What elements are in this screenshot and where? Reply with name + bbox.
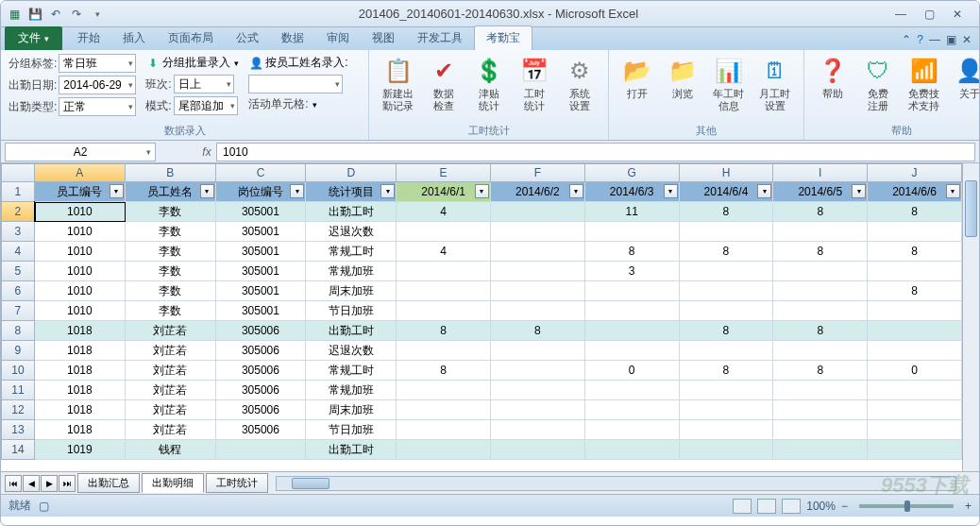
- attend-type-combo[interactable]: 正常: [59, 97, 136, 116]
- support-button[interactable]: 📶免费技 术支持: [903, 54, 945, 114]
- cell[interactable]: 节日加班: [306, 301, 397, 321]
- cell[interactable]: [491, 242, 585, 262]
- col-header-H[interactable]: H: [680, 163, 774, 182]
- cell[interactable]: 1018: [35, 341, 126, 361]
- view-normal-button[interactable]: [733, 499, 752, 514]
- horizontal-scrollbar[interactable]: [276, 476, 956, 491]
- cell[interactable]: [868, 321, 962, 341]
- year-hours-button[interactable]: 📊年工时 信息: [707, 54, 750, 114]
- new-record-button[interactable]: 📋新建出 勤记录: [377, 54, 419, 114]
- cell[interactable]: 1018: [35, 400, 126, 420]
- zoom-slider[interactable]: [859, 504, 954, 508]
- cell[interactable]: [585, 321, 680, 341]
- undo-icon[interactable]: ↶: [46, 5, 65, 24]
- open-button[interactable]: 📂打开: [617, 54, 658, 102]
- cell[interactable]: 305006: [216, 400, 307, 420]
- cell[interactable]: 1018: [35, 321, 126, 341]
- cell[interactable]: 1010: [35, 301, 126, 321]
- cell[interactable]: [868, 301, 962, 321]
- group-label-combo[interactable]: 常日班: [59, 54, 136, 73]
- row-header-6[interactable]: 6: [1, 281, 35, 301]
- file-tab[interactable]: 文件: [5, 26, 62, 50]
- redo-icon[interactable]: ↷: [67, 5, 86, 24]
- col-header-B[interactable]: B: [126, 163, 216, 182]
- row-header-7[interactable]: 7: [1, 301, 35, 321]
- table-header-cell[interactable]: 员工编号▾: [35, 182, 126, 202]
- cell[interactable]: [773, 222, 868, 242]
- cell[interactable]: 1018: [35, 381, 126, 400]
- qat-more-icon[interactable]: ▾: [88, 5, 107, 24]
- cell[interactable]: 出勤工时: [306, 202, 397, 222]
- filter-button[interactable]: ▾: [475, 184, 489, 198]
- cell[interactable]: 李数: [126, 242, 216, 262]
- cell[interactable]: [491, 202, 585, 222]
- cell[interactable]: 周末加班: [306, 281, 397, 301]
- scroll-thumb[interactable]: [965, 180, 977, 237]
- zoom-in-button[interactable]: +: [965, 500, 972, 513]
- row-header-10[interactable]: 10: [1, 361, 35, 381]
- tab-data[interactable]: 数据: [270, 26, 315, 50]
- cell[interactable]: [397, 222, 491, 242]
- sheet-tab-summary[interactable]: 出勤汇总: [77, 473, 140, 493]
- col-header-J[interactable]: J: [868, 163, 962, 182]
- row-header-9[interactable]: 9: [1, 341, 35, 361]
- cell[interactable]: 305001: [216, 242, 307, 262]
- tab-layout[interactable]: 页面布局: [157, 26, 225, 50]
- cell[interactable]: [491, 400, 585, 420]
- filter-button[interactable]: ▾: [946, 184, 960, 198]
- cell[interactable]: 出勤工时: [306, 440, 397, 460]
- cell[interactable]: [585, 281, 680, 301]
- sheet-nav-first[interactable]: ⏮: [5, 475, 22, 492]
- cell[interactable]: 8: [868, 281, 962, 301]
- cell[interactable]: 11: [585, 202, 680, 222]
- tab-formula[interactable]: 公式: [225, 26, 270, 50]
- cell[interactable]: [216, 440, 307, 460]
- row-header-14[interactable]: 14: [1, 440, 35, 460]
- cell[interactable]: 8: [397, 321, 491, 341]
- cell[interactable]: [868, 420, 962, 440]
- allowance-stats-button[interactable]: 💲津贴 统计: [468, 54, 510, 114]
- cell[interactable]: [491, 262, 585, 281]
- cell[interactable]: [680, 381, 774, 400]
- cell[interactable]: 305001: [216, 281, 307, 301]
- cell[interactable]: [773, 301, 868, 321]
- cell[interactable]: [491, 381, 585, 400]
- row-header-11[interactable]: 11: [1, 381, 35, 400]
- cell[interactable]: 8: [773, 202, 868, 222]
- cell[interactable]: 8: [680, 361, 774, 381]
- cell[interactable]: 常规加班: [306, 262, 397, 281]
- col-header-C[interactable]: C: [216, 163, 307, 182]
- cell[interactable]: [397, 301, 491, 321]
- cell[interactable]: [585, 400, 680, 420]
- tab-insert[interactable]: 插入: [111, 26, 157, 50]
- cell[interactable]: 8: [397, 361, 491, 381]
- cell[interactable]: 4: [397, 242, 491, 262]
- cell[interactable]: 1010: [35, 222, 126, 242]
- cell[interactable]: [397, 262, 491, 281]
- cell[interactable]: 305001: [216, 202, 307, 222]
- cell[interactable]: 1010: [35, 281, 126, 301]
- batch-entry-button[interactable]: ⬇分组批量录入▾: [145, 54, 239, 72]
- cell[interactable]: 1019: [35, 440, 126, 460]
- cell[interactable]: 0: [585, 361, 680, 381]
- cell[interactable]: [585, 222, 680, 242]
- cell[interactable]: 李数: [126, 202, 216, 222]
- filter-button[interactable]: ▾: [290, 184, 304, 198]
- mode-combo[interactable]: 尾部追加: [174, 96, 238, 115]
- select-all-corner[interactable]: [1, 163, 35, 182]
- cell[interactable]: 1010: [35, 202, 126, 222]
- table-header-cell[interactable]: 2014/6/1▾: [397, 182, 491, 202]
- cell[interactable]: 周末加班: [306, 400, 397, 420]
- cell[interactable]: 刘芷若: [126, 341, 216, 361]
- help-icon[interactable]: ?: [917, 33, 923, 46]
- cell[interactable]: [680, 222, 774, 242]
- hours-stats-button[interactable]: 📅工时 统计: [514, 54, 555, 114]
- vertical-scrollbar[interactable]: [962, 163, 979, 471]
- cell[interactable]: [397, 281, 491, 301]
- tab-review[interactable]: 审阅: [315, 26, 361, 50]
- cell[interactable]: 305001: [216, 222, 307, 242]
- col-header-A[interactable]: A: [35, 163, 126, 182]
- col-header-D[interactable]: D: [306, 163, 397, 182]
- table-header-cell[interactable]: 员工姓名▾: [126, 182, 216, 202]
- maximize-button[interactable]: ▢: [919, 6, 939, 23]
